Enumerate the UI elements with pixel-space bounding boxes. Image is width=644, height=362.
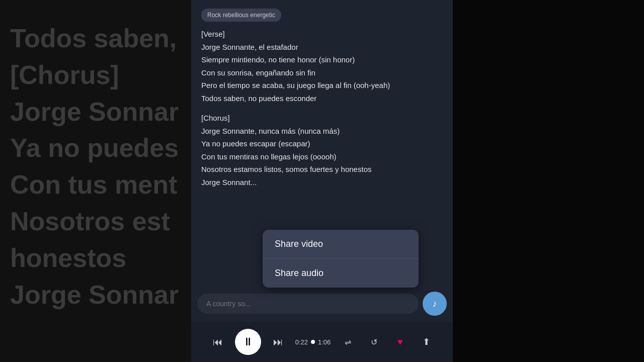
input-row: Share video Share audio ♪ (197, 292, 447, 316)
current-time: 0:22 (295, 338, 308, 346)
lyric-line-2: Siempre mintiendo, no tiene honor (sin h… (201, 53, 443, 66)
right-panel-overlay (453, 0, 644, 362)
heart-icon: ♥ (397, 337, 403, 347)
prev-icon: ⏮ (213, 336, 223, 348)
like-button[interactable]: ♥ (391, 333, 409, 351)
lyric-line-1: Jorge Sonnante, el estafador (201, 41, 443, 54)
progress-dot (311, 340, 315, 344)
next-icon: ⏭ (273, 336, 283, 348)
pause-button[interactable]: ⏸ (235, 329, 261, 355)
lyric-line-10: Jorge Sonnant... (201, 176, 443, 189)
time-display: 0:22 1:06 (295, 338, 331, 346)
lyric-line-7: Ya no puedes escapar (escapar) (201, 137, 443, 150)
shuffle-icon: ⇌ (345, 337, 351, 347)
lyric-line-3: Con su sonrisa, engañando sin fin (201, 66, 443, 79)
lyric-line-9: Nosotros estamos listos, somos fuertes y… (201, 163, 443, 176)
background-lyrics: Todos saben, [Chorus] Jorge Sonnar Ya no… (10, 20, 179, 313)
total-time: 1:06 (318, 338, 331, 346)
chorus-section: [Chorus] Jorge Sonnante, nunca más (nunc… (201, 112, 443, 189)
verse-section: [Verse] Jorge Sonnante, el estafador Sie… (201, 28, 443, 105)
share-icon: ⬆ (423, 336, 430, 347)
share-audio-item[interactable]: Share audio (263, 259, 419, 288)
lyric-line-6: Jorge Sonnante, nunca más (nunca más) (201, 125, 443, 138)
music-icon: ♪ (433, 299, 437, 309)
repeat-icon: ↺ (371, 337, 377, 347)
genre-tag: Rock rebellious energetic (201, 9, 281, 22)
lyric-line-5: Todos saben, no puedes esconder (201, 92, 443, 105)
lyric-line-4: Pero el tiempo se acaba, su juego llega … (201, 79, 443, 92)
pause-icon: ⏸ (243, 335, 254, 348)
song-input[interactable] (197, 294, 419, 314)
shuffle-button[interactable]: ⇌ (339, 333, 357, 351)
next-button[interactable]: ⏭ (269, 333, 287, 351)
player-bar: ⏮ ⏸ ⏭ 0:22 1:06 ⇌ ↺ ♥ ⬆ (191, 322, 453, 362)
lyric-line-8: Con tus mentiras no llegas lejos (ooooh) (201, 150, 443, 163)
chorus-label: [Chorus] (201, 112, 443, 125)
repeat-button[interactable]: ↺ (365, 333, 383, 351)
prev-button[interactable]: ⏮ (209, 333, 227, 351)
share-video-item[interactable]: Share video (263, 230, 419, 259)
music-button[interactable]: ♪ (423, 292, 447, 316)
share-dropdown: Share video Share audio (263, 230, 419, 288)
main-card: Rock rebellious energetic [Verse] Jorge … (191, 0, 453, 362)
verse-label: [Verse] (201, 28, 443, 41)
share-button[interactable]: ⬆ (417, 333, 435, 351)
